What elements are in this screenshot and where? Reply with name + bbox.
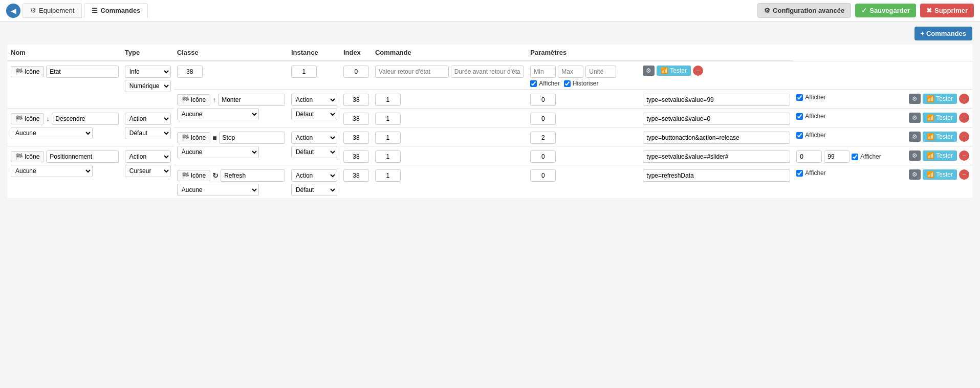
aucune-select[interactable]: Aucune <box>177 108 259 120</box>
classe-input[interactable] <box>343 94 369 106</box>
aucune-select[interactable]: Aucune <box>11 127 93 139</box>
nom-input[interactable] <box>218 94 285 106</box>
classe-input[interactable] <box>343 169 369 182</box>
type-select[interactable]: InfoAction <box>291 94 337 106</box>
afficher-label[interactable]: Afficher <box>796 169 903 177</box>
remove-button[interactable]: − <box>959 113 969 123</box>
tester-button[interactable]: 📶 Tester <box>923 113 957 123</box>
gear-button[interactable]: ⚙ <box>909 169 921 180</box>
commande2-input[interactable] <box>451 66 525 78</box>
index-input[interactable] <box>530 94 556 106</box>
afficher-label[interactable]: Afficher <box>796 94 903 101</box>
afficher-checkbox[interactable] <box>796 113 803 120</box>
nom-input[interactable] <box>219 132 285 144</box>
max-input[interactable] <box>558 66 583 78</box>
subtype-select[interactable]: NumériqueBinaireAutre <box>125 80 171 92</box>
gear-button[interactable]: ⚙ <box>643 66 655 76</box>
unite-input[interactable] <box>585 66 616 78</box>
tab-equipement[interactable]: ⚙ Equipement <box>23 3 82 18</box>
max-input[interactable] <box>824 150 850 163</box>
afficher-label[interactable]: Afficher <box>796 132 903 139</box>
afficher-checkbox[interactable] <box>852 154 858 160</box>
commande-input[interactable] <box>643 150 790 163</box>
subtype-select[interactable]: DéfautCurseurCouleurMessage <box>291 184 337 196</box>
delete-button[interactable]: ✖ Supprimer <box>920 4 974 17</box>
subtype-select[interactable]: DéfautCurseurCouleurMessage <box>291 146 337 158</box>
nom-input[interactable] <box>221 169 285 182</box>
gear-button[interactable]: ⚙ <box>909 94 921 104</box>
remove-button[interactable]: − <box>959 169 969 180</box>
type-select[interactable]: InfoAction <box>125 66 171 78</box>
index-input[interactable] <box>343 66 369 78</box>
remove-button[interactable]: − <box>693 66 703 76</box>
tester-button[interactable]: 📶 Tester <box>923 169 957 180</box>
subtype-select[interactable]: DéfautCurseurCouleurMessage <box>291 108 337 120</box>
commande-input[interactable] <box>643 169 790 182</box>
aucune-select[interactable]: Aucune <box>11 165 93 177</box>
commande-input[interactable] <box>375 66 449 78</box>
afficher-checkbox[interactable] <box>796 132 803 139</box>
gear-button[interactable]: ⚙ <box>909 132 921 142</box>
gear-button[interactable]: ⚙ <box>909 150 921 161</box>
type-select[interactable]: InfoAction <box>291 132 337 144</box>
instance-input[interactable] <box>375 94 401 106</box>
tester-button[interactable]: 📶 Tester <box>923 94 957 104</box>
type-select[interactable]: InfoAction <box>125 150 171 163</box>
index-input[interactable] <box>530 132 556 144</box>
tab-commandes[interactable]: ☰ Commandes <box>84 3 148 18</box>
nom-input[interactable] <box>46 150 118 163</box>
config-avancee-button[interactable]: ⚙ Configuration avancée <box>757 3 851 18</box>
icone-button[interactable]: 🏁 Icône <box>11 151 44 162</box>
instance-input[interactable] <box>291 66 317 78</box>
afficher-checkbox[interactable] <box>530 80 537 87</box>
icone-button[interactable]: 🏁 Icône <box>177 132 210 143</box>
tester-button[interactable]: 📶 Tester <box>923 132 957 142</box>
afficher-checkbox[interactable] <box>796 170 803 177</box>
aucune-select[interactable]: Aucune <box>177 146 259 158</box>
type-select[interactable]: InfoAction <box>291 169 337 182</box>
min-input[interactable] <box>530 66 556 78</box>
afficher-label[interactable]: Afficher <box>530 80 559 87</box>
index-input[interactable] <box>530 113 556 125</box>
icone-button[interactable]: 🏁 Icône <box>11 66 44 77</box>
classe-input[interactable] <box>343 113 369 125</box>
gear-button[interactable]: ⚙ <box>909 113 921 123</box>
instance-input[interactable] <box>375 169 401 182</box>
historiser-checkbox[interactable] <box>564 80 571 87</box>
back-button[interactable]: ◀ <box>6 4 20 18</box>
instance-input[interactable] <box>375 113 401 125</box>
index-input[interactable] <box>530 150 556 163</box>
add-commandes-button[interactable]: + Commandes <box>914 27 972 40</box>
commande-input[interactable] <box>643 132 790 144</box>
remove-button[interactable]: − <box>959 132 969 142</box>
historiser-label[interactable]: Historiser <box>564 80 599 87</box>
remove-button[interactable]: − <box>959 94 969 104</box>
instance-input[interactable] <box>375 150 401 163</box>
icone-button[interactable]: 🏁 Icône <box>177 94 210 105</box>
commande-input[interactable] <box>643 94 790 106</box>
commande-input[interactable] <box>643 113 790 125</box>
nom-input[interactable] <box>46 66 118 78</box>
afficher-checkbox[interactable] <box>796 94 803 101</box>
tester-button[interactable]: 📶 Tester <box>923 150 957 161</box>
classe-input[interactable] <box>177 66 203 78</box>
classe-input[interactable] <box>343 150 369 163</box>
header-actions <box>640 45 793 61</box>
subtype-select[interactable]: DéfautCurseurCouleurMessage <box>125 165 171 177</box>
afficher-label[interactable]: Afficher <box>852 153 881 160</box>
subtype-select[interactable]: DéfautCurseurCouleurMessage <box>125 127 171 139</box>
remove-button[interactable]: − <box>959 150 969 161</box>
type-select[interactable]: InfoAction <box>125 113 171 125</box>
nom-input[interactable] <box>52 113 118 125</box>
actions-cell: ⚙ 📶 Tester − <box>906 90 972 109</box>
icone-button[interactable]: 🏁 Icône <box>11 113 44 124</box>
instance-input[interactable] <box>375 132 401 144</box>
save-button[interactable]: ✓ Sauvegarder <box>855 4 916 17</box>
tester-button[interactable]: 📶 Tester <box>657 66 691 76</box>
classe-input[interactable] <box>343 132 369 144</box>
index-input[interactable] <box>530 169 556 182</box>
min-input[interactable] <box>796 150 822 163</box>
afficher-label[interactable]: Afficher <box>796 113 903 120</box>
icone-button[interactable]: 🏁 Icône <box>177 170 210 181</box>
aucune-select[interactable]: Aucune <box>177 184 259 196</box>
